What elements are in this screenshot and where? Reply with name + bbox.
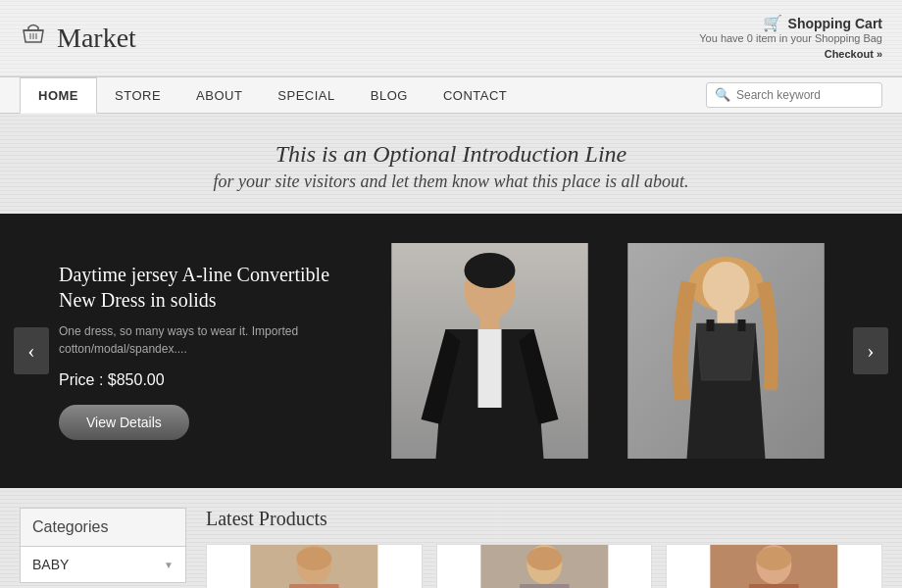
slider-section: ‹ Daytime jersey A-line Convertible New … [0,214,902,488]
search-icon: 🔍 [715,87,730,103]
svg-point-13 [703,262,750,313]
nav-item-blog[interactable]: BLOG [353,78,426,113]
svg-rect-16 [738,319,746,331]
nav-item-home[interactable]: HOME [20,77,97,114]
intro-line1: This is an Optional Introduction Line [39,141,863,168]
nav-bar: HOME STORE ABOUT SPECIAL BLOG CONTACT 🔍 [0,76,902,114]
svg-point-25 [757,547,792,570]
intro-line2: for your site visitors and let them know… [39,172,863,192]
slider-description: One dress, so many ways to wear it. Impo… [59,322,353,358]
logo-area: Market [20,21,136,55]
slider-title: Daytime jersey A-line Convertible New Dr… [59,262,353,313]
svg-rect-14 [718,310,735,325]
slider-image-2 [609,243,843,459]
slider-image-1 [373,243,607,459]
product-card-3 [666,544,882,588]
basket-icon [20,21,47,55]
cart-title: 🛒 Shopping Cart [699,14,882,32]
nav-links: HOME STORE ABOUT SPECIAL BLOG CONTACT [20,77,706,113]
products-section: Latest Products [206,508,882,588]
svg-rect-15 [707,319,715,331]
product-image-2 [437,545,652,588]
category-dropdown[interactable]: BABY ▼ [20,546,186,583]
intro-section: This is an Optional Introduction Line fo… [0,114,902,214]
slider-price: Price : $850.00 [59,371,353,389]
product-card-2 [436,544,653,588]
slider-images [373,243,843,459]
logo-text: Market [57,23,136,54]
header: Market 🛒 Shopping Cart You have 0 item i… [0,0,902,76]
cart-icon: 🛒 [763,14,782,32]
bottom-section: Categories BABY ▼ Latest Products [0,488,902,588]
cart-area: 🛒 Shopping Cart You have 0 item in your … [699,14,882,62]
cart-sub-text: You have 0 item in your Shopping Bag [699,32,882,44]
nav-item-contact[interactable]: CONTACT [426,78,525,113]
svg-rect-9 [478,329,502,408]
svg-point-7 [465,253,516,288]
view-details-button[interactable]: View Details [59,405,189,440]
search-box: 🔍 [706,82,882,108]
slider-text: Daytime jersey A-line Convertible New Dr… [59,262,373,440]
sidebar: Categories BABY ▼ [20,508,186,583]
nav-item-about[interactable]: ABOUT [178,78,260,113]
nav-item-special[interactable]: SPECIAL [260,78,352,113]
search-input[interactable] [736,88,874,102]
cart-label: Shopping Cart [788,16,882,31]
products-title: Latest Products [206,508,882,530]
checkout-link[interactable]: Checkout » [825,48,882,60]
slider-next-button[interactable]: › [853,327,888,374]
categories-title: Categories [20,508,186,546]
slider-content: Daytime jersey A-line Convertible New Dr… [59,243,843,459]
product-card-1 [206,544,423,588]
nav-item-store[interactable]: STORE [97,78,178,113]
category-selected-label: BABY [32,557,69,572]
slider-prev-button[interactable]: ‹ [14,327,49,374]
svg-point-19 [296,547,331,570]
products-grid [206,544,882,588]
product-image-1 [207,545,422,588]
svg-point-22 [526,547,562,570]
svg-rect-8 [480,314,500,331]
product-image-3 [667,545,881,588]
dropdown-arrow-icon: ▼ [164,560,174,570]
